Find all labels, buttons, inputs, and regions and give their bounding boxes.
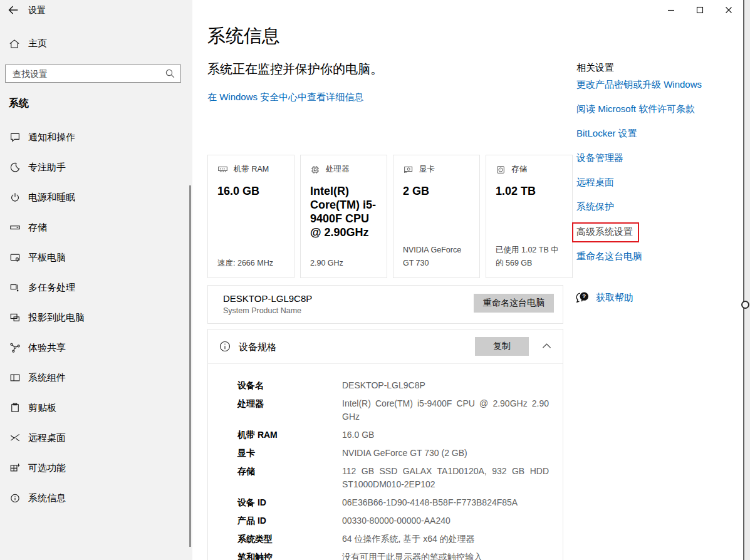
sidebar-item-system-components[interactable]: 系统组件 — [0, 363, 192, 393]
device-specs-header[interactable]: 设备规格 复制 — [208, 329, 563, 364]
related-link-device-manager[interactable]: 设备管理器 — [576, 152, 623, 164]
sidebar: 设置 主页 系统 通知和操作 专注助手 电源和睡眠 存储 — [0, 0, 192, 560]
copy-button[interactable]: 复制 — [475, 337, 529, 356]
related-settings-title: 相关设置 — [576, 62, 614, 74]
optional-features-icon — [9, 462, 21, 474]
sidebar-item-optional-features[interactable]: 可选功能 — [0, 453, 192, 483]
search-box — [5, 65, 181, 83]
spec-row-pen-touch: 笔和触控没有可用于此显示器的笔或触控输入 — [237, 551, 549, 560]
spec-row-system-type: 系统类型64 位操作系统, 基于 x64 的处理器 — [237, 532, 549, 546]
spec-row-processor: 处理器Intel(R) Core(TM) i5-9400F CPU @ 2.90… — [237, 397, 549, 423]
storage-card: 存储 1.02 TB 已使用 1.02 TB 中的 569 GB — [486, 155, 573, 278]
sidebar-item-about[interactable]: 系统信息 — [0, 483, 192, 513]
sidebar-item-power-sleep[interactable]: 电源和睡眠 — [0, 182, 192, 212]
gpu-footer: NVIDIA GeForce GT 730 — [403, 244, 472, 270]
spec-row-gpu: 显卡NVIDIA GeForce GT 730 (2 GB) — [237, 447, 549, 460]
get-help-label: 获取帮助 — [596, 292, 633, 304]
spec-row-ram: 机带 RAM16.0 GB — [237, 428, 549, 442]
focus-assist-icon — [9, 162, 21, 173]
sidebar-nav: 通知和操作 专注助手 电源和睡眠 存储 平板电脑 多任务处理 投影到此电脑 体 — [0, 122, 192, 513]
related-link-remote-desktop[interactable]: 远程桌面 — [576, 177, 614, 189]
sidebar-item-shared-experiences[interactable]: 体验共享 — [0, 333, 192, 363]
cpu-footer: 2.90 GHz — [310, 257, 379, 270]
home-icon — [9, 38, 20, 49]
sidebar-item-remote-desktop[interactable]: 远程桌面 — [0, 423, 192, 453]
power-icon — [9, 192, 21, 203]
tablet-icon — [9, 252, 21, 263]
storage-footer: 已使用 1.02 TB 中的 569 GB — [496, 244, 565, 270]
ram-footer: 速度: 2666 MHz — [217, 257, 286, 270]
gpu-value: 2 GB — [403, 184, 470, 198]
get-help-icon: ? — [575, 291, 590, 304]
device-name: DESKTOP-LGL9C8P — [223, 293, 312, 304]
annotation-box: 高级系统设置 — [572, 222, 639, 242]
cpu-icon — [310, 165, 320, 175]
device-specs-title: 设备规格 — [239, 341, 276, 353]
projecting-icon — [9, 312, 21, 323]
device-product-name: System Product Name — [223, 306, 301, 315]
gpu-card: 显卡 2 GB NVIDIA GeForce GT 730 — [393, 155, 480, 278]
disk-icon — [496, 165, 506, 175]
search-icon[interactable] — [165, 68, 175, 79]
device-name-panel: DESKTOP-LGL9C8P System Product Name 重命名这… — [207, 285, 563, 324]
collapse-chevron-icon[interactable] — [542, 343, 551, 349]
sidebar-item-clipboard[interactable]: 剪贴板 — [0, 393, 192, 423]
app-title: 设置 — [28, 5, 46, 16]
spec-row-device-name: 设备名DESKTOP-LGL9C8P — [237, 379, 549, 392]
device-specs-card: 设备规格 复制 设备名DESKTOP-LGL9C8P 处理器Intel(R) C… — [207, 329, 563, 560]
maximize-button[interactable] — [685, 0, 714, 19]
page-title: 系统信息 — [207, 24, 280, 49]
ram-value: 16.0 GB — [217, 184, 284, 198]
sidebar-item-notifications[interactable]: 通知和操作 — [0, 122, 192, 152]
sidebar-item-tablet[interactable]: 平板电脑 — [0, 242, 192, 272]
shared-experiences-icon — [9, 342, 21, 353]
related-link-change-product-key[interactable]: 更改产品密钥或升级 Windows — [576, 79, 702, 91]
window-right-edge — [743, 0, 750, 560]
minimize-button[interactable] — [657, 0, 685, 19]
sidebar-item-home[interactable]: 主页 — [9, 38, 47, 49]
about-info-icon — [9, 492, 21, 504]
rename-pc-button[interactable]: 重命名这台电脑 — [474, 294, 554, 313]
related-link-advanced-system-settings[interactable]: 高级系统设置 — [576, 226, 639, 242]
sidebar-scrollbar[interactable] — [189, 185, 191, 547]
home-label: 主页 — [28, 38, 47, 49]
back-button[interactable] — [6, 3, 24, 18]
edge-circle-marker — [741, 301, 749, 309]
cpu-value: Intel(R) Core(TM) i5-9400F CPU @ 2.90GHz — [310, 184, 377, 239]
remote-desktop-icon — [9, 432, 21, 443]
spec-cards: 机带 RAM 16.0 GB 速度: 2666 MHz 处理器 Intel(R)… — [207, 155, 573, 278]
related-link-system-protection[interactable]: 系统保护 — [576, 201, 614, 213]
gpu-icon — [403, 165, 414, 174]
spec-row-product-id: 产品 ID00330-80000-00000-AA240 — [237, 514, 549, 527]
related-link-license-terms[interactable]: 阅读 Microsoft 软件许可条款 — [576, 103, 695, 115]
info-circle-icon — [219, 340, 231, 353]
close-button[interactable] — [714, 0, 743, 19]
cpu-card: 处理器 Intel(R) Core(TM) i5-9400F CPU @ 2.9… — [300, 155, 387, 278]
page-subtitle: 系统正在监控并保护你的电脑。 — [207, 61, 383, 78]
related-link-rename-pc[interactable]: 重命名这台电脑 — [576, 251, 642, 262]
windows-security-link[interactable]: 在 Windows 安全中心中查看详细信息 — [207, 91, 363, 103]
sidebar-item-focus-assist[interactable]: 专注助手 — [0, 152, 192, 182]
window-controls — [657, 0, 743, 19]
storage-icon — [9, 222, 21, 233]
spec-row-device-id: 设备 ID06E36B66-1D90-4148-B58F-F773B824F85… — [237, 496, 549, 509]
ram-card: 机带 RAM 16.0 GB 速度: 2666 MHz — [207, 155, 294, 278]
clipboard-icon — [9, 402, 21, 413]
spec-row-storage: 存储112 GB SSD GALAX TA1D0120A, 932 GB HDD… — [237, 465, 549, 491]
get-help-row[interactable]: ? 获取帮助 — [575, 291, 633, 304]
sidebar-item-projecting[interactable]: 投影到此电脑 — [0, 303, 192, 333]
svg-text:?: ? — [582, 293, 586, 299]
sidebar-item-multitasking[interactable]: 多任务处理 — [0, 272, 192, 303]
storage-value: 1.02 TB — [496, 184, 563, 198]
ram-icon — [217, 165, 228, 174]
sidebar-item-storage[interactable]: 存储 — [0, 212, 192, 242]
notifications-icon — [9, 132, 21, 143]
related-link-bitlocker[interactable]: BitLocker 设置 — [576, 128, 637, 140]
search-input[interactable] — [5, 65, 181, 83]
system-components-icon — [9, 372, 21, 383]
sidebar-section-title: 系统 — [9, 97, 29, 110]
spec-rows: 设备名DESKTOP-LGL9C8P 处理器Intel(R) Core(TM) … — [208, 364, 563, 560]
multitasking-icon — [9, 282, 21, 293]
